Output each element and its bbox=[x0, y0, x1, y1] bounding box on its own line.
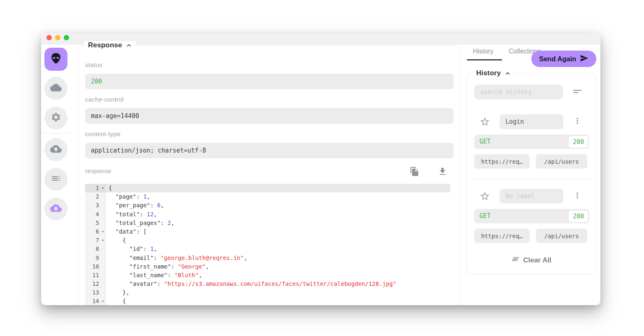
code-line: 2 "page": 1, bbox=[85, 192, 450, 201]
alien-logo-icon bbox=[50, 52, 62, 66]
code-line-text: "id": 1, bbox=[106, 245, 157, 253]
history-item-label-input[interactable] bbox=[500, 189, 563, 204]
app-window: Response status cache-control content-ty… bbox=[41, 33, 600, 305]
code-line: 14▾ { bbox=[85, 297, 450, 305]
send-icon bbox=[580, 54, 588, 64]
method-label: GET bbox=[480, 212, 491, 220]
response-code-editor: 1▾{2 "page": 1,3 "per_page": 6,4 "total"… bbox=[85, 184, 450, 305]
fold-caret-icon[interactable]: ▾ bbox=[102, 236, 104, 245]
response-panel: Response status cache-control content-ty… bbox=[78, 45, 461, 305]
response-panel-header: Response bbox=[84, 41, 136, 49]
send-again-button[interactable]: Send Again bbox=[531, 51, 596, 67]
collapse-chevron-icon[interactable] bbox=[505, 71, 511, 76]
code-line-text: "avatar": "https://s3.amazonaws.com/uifa… bbox=[106, 280, 396, 288]
history-item-url-path[interactable]: /api/users bbox=[536, 154, 587, 169]
code-line-text: "email": "george.bluth@reqres.in", bbox=[106, 254, 247, 262]
history-panel-title: History bbox=[476, 69, 501, 77]
history-item-method-row[interactable]: GET 200 bbox=[474, 134, 589, 149]
fold-caret-icon[interactable]: ▾ bbox=[102, 227, 104, 236]
sidebar-item-cloud-upload[interactable] bbox=[44, 138, 67, 161]
clear-all-icon bbox=[511, 255, 520, 266]
favorite-star-icon[interactable] bbox=[480, 191, 490, 202]
cloud-icon bbox=[50, 82, 62, 95]
sidebar-item-list[interactable] bbox=[44, 168, 67, 191]
gear-icon bbox=[51, 112, 61, 124]
cache-control-label: cache-control bbox=[85, 96, 124, 103]
collapse-chevron-icon[interactable] bbox=[126, 43, 132, 48]
line-number: 12 bbox=[85, 280, 106, 288]
tab-history[interactable]: History bbox=[473, 48, 493, 55]
line-number: 10 bbox=[85, 262, 106, 271]
code-line-text: "total": 12, bbox=[106, 210, 157, 219]
more-options-icon[interactable] bbox=[573, 116, 582, 125]
code-line-text: "first_name": "George", bbox=[106, 262, 209, 271]
cache-control-field[interactable] bbox=[85, 108, 454, 124]
code-line: 6▾ "data": [ bbox=[85, 227, 450, 236]
zoom-window-button[interactable] bbox=[64, 35, 69, 40]
more-options-icon[interactable] bbox=[573, 191, 582, 200]
code-line-text: { bbox=[106, 236, 126, 245]
code-line: 11 "last_name": "Bluth", bbox=[85, 271, 450, 280]
active-tab-underline bbox=[467, 59, 502, 60]
response-body-label: response bbox=[85, 167, 111, 174]
line-number: 2 bbox=[85, 192, 106, 201]
line-number: 8 bbox=[85, 245, 106, 253]
code-line: 10 "first_name": "George", bbox=[85, 262, 450, 271]
method-label: GET bbox=[480, 138, 491, 145]
fold-caret-icon[interactable]: ▾ bbox=[102, 297, 104, 305]
line-number: 1▾ bbox=[85, 184, 106, 192]
code-line-text: "last_name": "Bluth", bbox=[106, 271, 202, 280]
line-number: 14▾ bbox=[85, 297, 106, 305]
code-line: 3 "per_page": 6, bbox=[85, 201, 450, 210]
cloud-download-icon bbox=[50, 202, 62, 216]
line-number: 3 bbox=[85, 201, 106, 210]
content-type-field[interactable] bbox=[85, 143, 454, 158]
history-item-url-path[interactable]: /api/users bbox=[536, 229, 587, 243]
line-number: 9 bbox=[85, 254, 106, 262]
status-label: status bbox=[85, 61, 102, 68]
line-number: 6▾ bbox=[85, 227, 106, 236]
history-panel: History GET 200 https://req… /api/users bbox=[466, 73, 596, 274]
code-line-text: "per_page": 6, bbox=[106, 201, 164, 210]
fold-caret-icon[interactable]: ▾ bbox=[102, 184, 104, 192]
status-field[interactable] bbox=[85, 74, 454, 89]
code-line-text: { bbox=[106, 297, 126, 305]
code-line: 8 "id": 1, bbox=[85, 245, 450, 253]
history-item-url-base[interactable]: https://req… bbox=[474, 229, 530, 243]
history-items-divider bbox=[472, 179, 591, 179]
code-line: 13 }, bbox=[85, 288, 450, 297]
copy-icon[interactable] bbox=[410, 167, 419, 176]
sort-icon[interactable] bbox=[572, 87, 583, 99]
line-number: 5 bbox=[85, 219, 106, 227]
code-line-text: "data": [ bbox=[106, 227, 147, 236]
line-number: 4 bbox=[85, 210, 106, 219]
code-line-text: "total_pages": 2, bbox=[106, 219, 174, 227]
code-line-text: { bbox=[106, 184, 112, 192]
line-number: 13 bbox=[85, 288, 106, 297]
favorite-star-icon[interactable] bbox=[480, 116, 490, 127]
close-window-button[interactable] bbox=[46, 35, 52, 40]
sidebar-item-cloud-download[interactable] bbox=[44, 197, 67, 220]
code-line-text: }, bbox=[106, 288, 130, 297]
line-number: 7▾ bbox=[85, 236, 106, 245]
send-again-label: Send Again bbox=[539, 55, 576, 63]
history-item-label-input[interactable] bbox=[500, 114, 563, 129]
history-panel-header: History bbox=[473, 69, 514, 77]
code-line: 7▾ { bbox=[85, 236, 450, 245]
sidebar-item-settings[interactable] bbox=[44, 107, 67, 130]
cloud-upload-icon bbox=[50, 143, 62, 156]
content-type-label: content-type bbox=[85, 130, 120, 137]
sidebar-item-home[interactable] bbox=[44, 48, 67, 71]
search-history-input[interactable] bbox=[474, 85, 563, 100]
minimize-window-button[interactable] bbox=[55, 35, 60, 40]
list-toc-icon bbox=[51, 173, 61, 185]
line-number: 11 bbox=[85, 271, 106, 280]
response-panel-title: Response bbox=[88, 41, 122, 49]
history-item-method-row[interactable]: GET 200 bbox=[474, 209, 589, 223]
sidebar-divider bbox=[41, 133, 71, 133]
history-item-url-base[interactable]: https://req… bbox=[474, 154, 530, 169]
sidebar-item-cloud[interactable] bbox=[44, 77, 67, 100]
clear-all-button[interactable]: Clear All bbox=[467, 255, 595, 266]
code-line-text: "page": 1, bbox=[106, 192, 150, 201]
download-icon[interactable] bbox=[438, 167, 447, 176]
